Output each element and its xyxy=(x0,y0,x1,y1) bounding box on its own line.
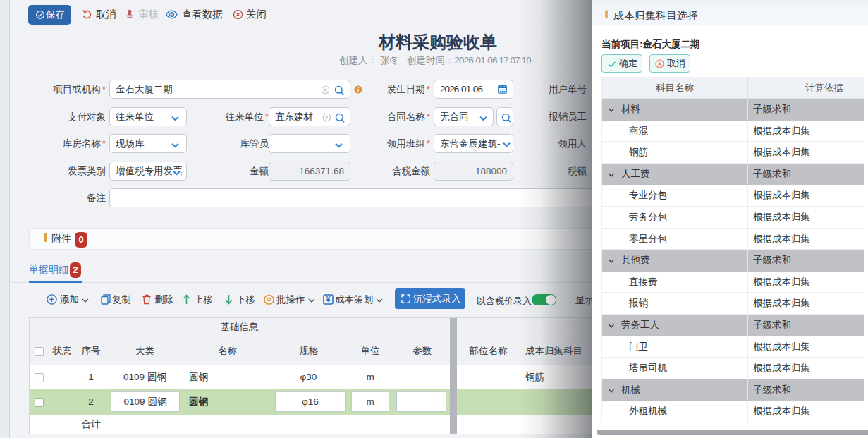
svg-text:¥: ¥ xyxy=(326,296,331,303)
